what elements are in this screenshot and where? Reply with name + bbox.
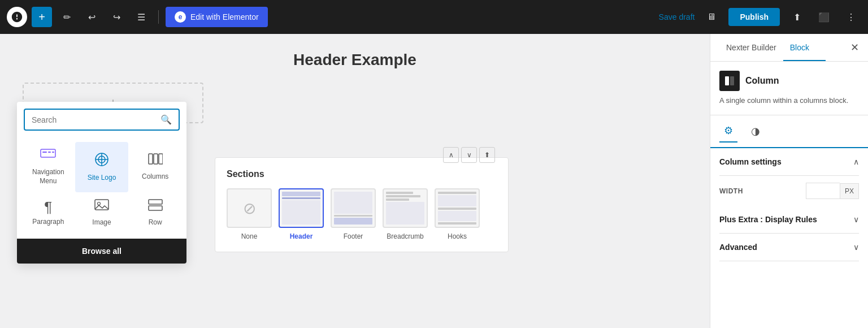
advanced-header[interactable]: Advanced ∨ — [719, 234, 859, 261]
section-label-footer: Footer — [344, 232, 363, 240]
svg-rect-1 — [42, 152, 47, 153]
topbar: + ✏ ↩ ↪ ☰ e Edit with Elementor Save dra… — [0, 0, 868, 34]
section-thumb-breadcrumb — [383, 188, 428, 228]
display-rules-section: Plus Extra : Display Rules ∨ — [710, 206, 868, 234]
display-rules-chevron: ∨ — [853, 215, 859, 224]
tab-nexter-builder[interactable]: Nexter Builder — [719, 34, 783, 61]
sections-grid: ⊘ None Header — [227, 188, 497, 240]
columns-icon — [148, 153, 163, 169]
edit-elementor-button[interactable]: e Edit with Elementor — [166, 7, 268, 27]
section-thumb-none: ⊘ — [227, 188, 272, 228]
image-label: Image — [92, 218, 111, 227]
page-title: Header Example — [23, 51, 687, 69]
section-label-header: Header — [290, 232, 313, 240]
section-item-breadcrumb[interactable]: Breadcrumb — [383, 188, 428, 240]
footer-thumb-inner — [332, 189, 375, 227]
section-item-footer[interactable]: Footer — [331, 188, 376, 240]
header-bar — [282, 192, 320, 196]
redo-button[interactable]: ↪ — [106, 7, 127, 27]
move-alt-button[interactable]: ⬆ — [479, 147, 495, 163]
view-button[interactable]: 🖥 — [701, 7, 722, 27]
svg-rect-13 — [149, 200, 162, 204]
block-item-columns[interactable]: Columns — [128, 142, 182, 192]
bc-bar1 — [386, 192, 413, 194]
bc-bar2 — [386, 195, 420, 197]
hooks-line2 — [438, 208, 476, 210]
width-input-group: PX — [806, 183, 859, 199]
block-item-paragraph[interactable]: ¶ Paragraph — [21, 192, 75, 234]
section-thumb-footer — [331, 188, 376, 228]
site-logo-icon — [94, 152, 109, 170]
settings-tab-button[interactable]: ⚙ — [719, 120, 737, 143]
section-thumb-hooks — [435, 188, 480, 228]
browse-all-button[interactable]: Browse all — [17, 239, 186, 264]
panel-block-info: Column A single column within a columns … — [710, 62, 868, 115]
block-item-image[interactable]: Image — [75, 192, 129, 234]
column-settings-header[interactable]: Column settings ∧ — [719, 148, 859, 176]
width-input[interactable] — [806, 183, 840, 199]
paragraph-icon: ¶ — [44, 200, 52, 214]
panel-close-button[interactable]: ✕ — [850, 41, 859, 54]
none-icon: ⊘ — [243, 199, 256, 218]
search-box[interactable]: 🔍 — [24, 109, 180, 131]
header-thumb-inner — [280, 189, 323, 227]
block-item-site-logo[interactable]: Site Logo — [75, 142, 129, 192]
svg-point-12 — [97, 202, 100, 205]
elementor-icon: e — [175, 11, 186, 23]
block-icon — [719, 71, 740, 91]
display-rules-header[interactable]: Plus Extra : Display Rules ∨ — [719, 206, 859, 234]
footer-content — [334, 192, 372, 214]
section-thumb-header — [279, 188, 324, 228]
column-settings-title: Column settings — [719, 157, 782, 166]
row-label: Row — [149, 218, 162, 227]
tab-active-indicator — [794, 60, 826, 61]
hooks-line1 — [438, 192, 476, 194]
svg-rect-10 — [159, 154, 163, 164]
block-info-header: Column — [719, 71, 859, 91]
section-label-none: None — [241, 232, 258, 240]
svg-rect-9 — [154, 154, 158, 164]
hooks-line3 — [438, 222, 476, 225]
move-up-button[interactable]: ∧ — [443, 147, 459, 163]
block-inserter-popup: 🔍 Navigation Menu — [17, 102, 186, 264]
svg-rect-11 — [95, 200, 108, 210]
move-controls: ∧ ∨ ⬆ — [443, 147, 495, 163]
tab-block[interactable]: Block — [783, 34, 816, 61]
pen-icon-button[interactable]: ✏ — [57, 7, 77, 27]
bc-thumb-inner — [384, 189, 427, 227]
paragraph-label: Paragraph — [32, 218, 64, 227]
panel-tabs: Nexter Builder Block ✕ — [710, 34, 868, 62]
image-icon — [94, 199, 109, 215]
hooks-thumb-inner — [436, 189, 479, 227]
svg-rect-0 — [41, 149, 55, 157]
svg-rect-14 — [149, 206, 162, 210]
section-item-none[interactable]: ⊘ None — [227, 188, 272, 240]
sections-title: Sections — [227, 169, 497, 179]
block-item-row[interactable]: Row — [128, 192, 182, 234]
save-draft-button[interactable]: Save draft — [659, 12, 695, 21]
svg-rect-8 — [149, 154, 153, 164]
row-icon — [148, 199, 163, 215]
site-logo-label: Site Logo — [88, 174, 116, 183]
list-view-button[interactable]: ☰ — [131, 7, 151, 27]
move-down-button[interactable]: ∨ — [461, 147, 477, 163]
more-options-button[interactable]: ⋮ — [841, 7, 861, 27]
content-area: Header Example + 🔍 — [0, 34, 710, 328]
undo-button[interactable]: ↩ — [81, 7, 102, 27]
section-item-header[interactable]: Header — [279, 188, 324, 240]
bc-bar3 — [386, 198, 409, 201]
block-grid: Navigation Menu Site Logo — [17, 137, 186, 234]
advanced-chevron: ∨ — [853, 243, 859, 252]
style-tab-button[interactable]: ◑ — [747, 120, 765, 142]
block-item-navigation-menu[interactable]: Navigation Menu — [21, 142, 75, 192]
search-input[interactable] — [32, 115, 160, 124]
add-block-button[interactable]: + — [32, 7, 52, 27]
fullscreen-button[interactable]: ⬛ — [814, 7, 834, 27]
column-settings-chevron: ∧ — [853, 157, 859, 166]
topbar-separator — [158, 10, 159, 24]
publish-button[interactable]: Publish — [728, 8, 780, 26]
section-item-hooks[interactable]: Hooks — [435, 188, 480, 240]
svg-rect-3 — [52, 152, 54, 153]
share-button[interactable]: ⬆ — [787, 7, 807, 27]
advanced-section: Advanced ∨ — [710, 234, 868, 261]
